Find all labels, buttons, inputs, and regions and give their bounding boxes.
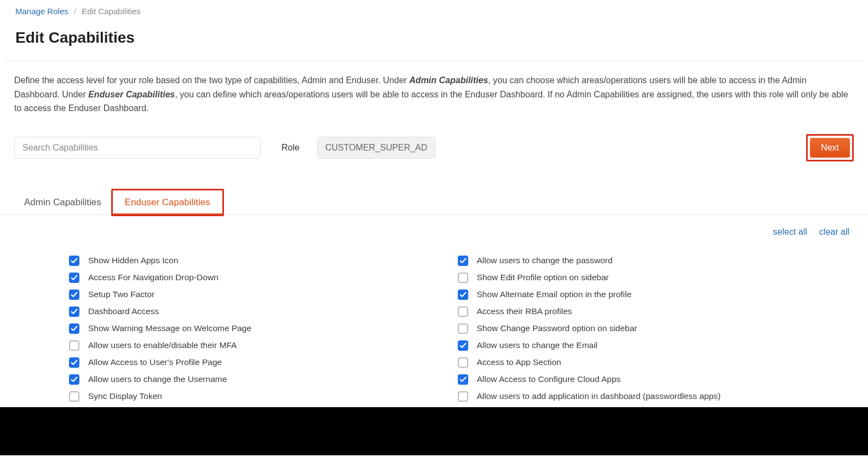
footer-bar	[0, 407, 868, 455]
capability-item: Show Edit Profile option on sidebar	[458, 269, 836, 286]
capability-label: Allow users to enable/disable their MFA	[88, 340, 237, 350]
capability-checkbox[interactable]	[69, 289, 79, 300]
role-label: Role	[281, 143, 300, 153]
capability-checkbox[interactable]	[458, 323, 468, 334]
breadcrumb: Manage Roles / Edit Capabilities	[0, 7, 868, 21]
capability-label: Allow Access to User's Profile Page	[88, 357, 222, 367]
capability-checkbox[interactable]	[69, 340, 79, 351]
select-all-link[interactable]: select all	[773, 227, 807, 237]
page-title: Edit Capabilities	[0, 21, 868, 61]
tabs: Admin Capabilities Enduser Capabilities	[0, 161, 868, 215]
capability-checkbox[interactable]	[69, 306, 79, 317]
capability-item: Access For Navigation Drop-Down	[69, 269, 447, 286]
capability-item: Allow users to add application in dashbo…	[458, 388, 836, 405]
capability-checkbox[interactable]	[458, 391, 468, 402]
capability-item: Allow users to change the password	[458, 252, 836, 269]
search-input[interactable]	[14, 137, 261, 159]
capability-checkbox[interactable]	[458, 306, 468, 317]
capability-label: Allow users to change the Email	[477, 340, 598, 350]
desc-bold: Enduser Capabilities	[88, 90, 175, 99]
capability-checkbox[interactable]	[69, 256, 79, 266]
capability-label: Show Edit Profile option on sidebar	[477, 273, 609, 282]
capability-checkbox[interactable]	[458, 374, 468, 385]
capability-item: Show Hidden Apps Icon	[69, 252, 447, 269]
capability-checkbox[interactable]	[69, 323, 79, 334]
capability-label: Show Warning Message on Welcome Page	[88, 323, 251, 333]
desc-bold: Admin Capabilities	[409, 76, 488, 85]
desc-text: Define the access level for your role ba…	[14, 76, 409, 85]
capability-label: Access For Navigation Drop-Down	[88, 273, 219, 282]
capability-checkbox[interactable]	[458, 340, 468, 351]
capability-item: Allow Access to Configure Cloud Apps	[458, 371, 836, 388]
role-value: CUSTOMER_SUPER_AD	[317, 137, 435, 159]
capability-label: Show Alternate Email option in the profi…	[477, 289, 632, 299]
capability-checkbox[interactable]	[458, 357, 468, 368]
capability-label: Dashboard Access	[88, 306, 159, 316]
tab-admin-capabilities[interactable]: Admin Capabilities	[14, 190, 111, 215]
capability-item: Show Warning Message on Welcome Page	[69, 320, 447, 337]
capability-item: Access to App Section	[458, 354, 836, 371]
capability-item: Dashboard Access	[69, 303, 447, 320]
capability-label: Setup Two Factor	[88, 289, 154, 299]
capabilities-list: Show Hidden Apps IconAccess For Navigati…	[0, 237, 857, 405]
capability-label: Show Hidden Apps Icon	[88, 256, 179, 265]
breadcrumb-separator: /	[74, 7, 76, 16]
capability-checkbox[interactable]	[69, 374, 79, 385]
capability-label: Access their RBA profiles	[477, 306, 572, 316]
next-button-highlight: Next	[806, 134, 854, 161]
capability-label: Allow users to change the Username	[88, 374, 227, 384]
capability-item: Sync Display Token	[69, 388, 447, 405]
capability-checkbox[interactable]	[69, 391, 79, 402]
next-button[interactable]: Next	[810, 138, 850, 158]
capability-checkbox[interactable]	[458, 289, 468, 300]
page-description: Define the access level for your role ba…	[0, 61, 868, 115]
capability-checkbox[interactable]	[69, 273, 79, 283]
breadcrumb-parent-link[interactable]: Manage Roles	[15, 7, 68, 16]
tab-enduser-capabilities-highlight: Enduser Capabilities	[111, 189, 224, 216]
clear-all-link[interactable]: clear all	[819, 227, 849, 237]
capability-item: Show Alternate Email option in the profi…	[458, 286, 836, 303]
capability-checkbox[interactable]	[69, 357, 79, 368]
capability-label: Sync Display Token	[88, 391, 162, 401]
capability-checkbox[interactable]	[458, 256, 468, 266]
capability-checkbox[interactable]	[458, 273, 468, 283]
capability-label: Allow users to add application in dashbo…	[477, 391, 721, 401]
capability-label: Allow Access to Configure Cloud Apps	[477, 374, 621, 384]
capability-item: Access their RBA profiles	[458, 303, 836, 320]
capability-item: Allow users to change the Username	[69, 371, 447, 388]
tab-enduser-capabilities[interactable]: Enduser Capabilities	[113, 190, 222, 215]
capability-label: Show Change Password option on sidebar	[477, 323, 637, 333]
capability-item: Show Change Password option on sidebar	[458, 320, 836, 337]
capability-item: Setup Two Factor	[69, 286, 447, 303]
capability-label: Access to App Section	[477, 357, 561, 367]
capability-item: Allow Access to User's Profile Page	[69, 354, 447, 371]
breadcrumb-current: Edit Capabilities	[82, 7, 141, 16]
capability-item: Allow users to enable/disable their MFA	[69, 337, 447, 354]
capability-item: Allow users to change the Email	[458, 337, 836, 354]
capability-label: Allow users to change the password	[477, 256, 613, 265]
